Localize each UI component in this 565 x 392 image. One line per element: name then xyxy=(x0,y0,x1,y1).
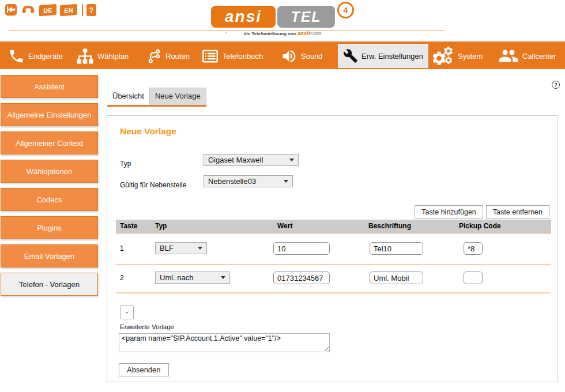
logo-ansi-box: ansi xyxy=(211,6,276,28)
nebenstelle-select[interactable]: Nebenstelle03 xyxy=(204,175,293,187)
phone-icon xyxy=(8,48,25,65)
nav-item-system[interactable]: System xyxy=(433,42,483,70)
speaker-icon xyxy=(281,48,297,65)
key-buttons: Taste hinzufügen Taste entfernen xyxy=(415,205,549,218)
main-navbar: Endgeräte Wählplan Routen xyxy=(0,42,565,69)
phonebook-icon xyxy=(201,47,219,65)
col-pickup-code: Pickup Code xyxy=(459,222,501,230)
logo-tagline: die Telefonielösung von ansit·com xyxy=(0,30,565,36)
nav-item-telefonbuch[interactable]: Telefonbuch xyxy=(201,42,263,70)
remove-row-button[interactable]: - xyxy=(120,306,134,319)
logo-tel-box: TEL xyxy=(277,6,335,28)
row1-beschriftung-input[interactable] xyxy=(370,242,423,255)
nav-label: Endgeräte xyxy=(28,52,63,61)
nav-label: Wählplan xyxy=(97,52,129,61)
row1-typ-value: BLF xyxy=(160,244,174,252)
add-key-button[interactable]: Taste hinzufügen xyxy=(415,205,483,218)
advanced-template-label: Erweiterte Vorlage xyxy=(120,323,174,330)
row2-beschriftung-input[interactable] xyxy=(370,272,423,284)
top-header: DE EN ? ansi TEL 4 die Telefonielösung v… xyxy=(0,0,565,42)
tagline-sep: · xyxy=(9,30,444,31)
language-en-flag[interactable]: EN xyxy=(60,3,77,16)
nav-item-sound[interactable]: Sound xyxy=(281,42,323,70)
row2-pickup-input[interactable] xyxy=(464,272,483,284)
row2-typ-select[interactable]: Uml. nach xyxy=(155,272,230,284)
nav-label: Telefonbuch xyxy=(223,52,263,61)
logout-icon[interactable] xyxy=(5,3,17,16)
nav-item-routen[interactable]: Routen xyxy=(146,42,190,70)
row2-typ-value: Uml. nach xyxy=(160,273,194,282)
row-separator xyxy=(116,264,551,265)
row-separator xyxy=(116,233,551,234)
tab-neue-vorlage[interactable]: Neue Vorlage xyxy=(149,88,206,105)
wrench-icon xyxy=(343,48,358,63)
ansitel-logo: ansi TEL 4 xyxy=(211,6,354,28)
content-panel: Neue Vorlage Typ Gigaset Maxwell Gültig … xyxy=(107,115,558,382)
row1-typ-select[interactable]: BLF xyxy=(155,242,207,254)
row2-number: 2 xyxy=(120,274,124,282)
nav-item-endgeraete[interactable]: Endgeräte xyxy=(8,42,63,70)
chevron-down-icon xyxy=(221,276,225,279)
row2-wert-input[interactable] xyxy=(273,272,330,284)
chevron-down-icon xyxy=(198,247,202,250)
col-beschriftung: Beschriftung xyxy=(368,222,411,230)
submit-button[interactable]: Absenden xyxy=(119,363,169,376)
logo-version-badge: 4 xyxy=(337,2,354,18)
sidebar-item-email-vorlagen[interactable]: Email Vorlagen xyxy=(1,244,98,267)
typ-select-value: Gigaset Maxwell xyxy=(208,156,263,164)
row1-pickup-input[interactable] xyxy=(464,242,483,255)
header-icon-bar: DE EN ? xyxy=(5,3,96,16)
row-separator xyxy=(116,292,551,293)
row1-number: 1 xyxy=(120,244,124,252)
nav-label: Routen xyxy=(165,52,190,61)
col-taste: Taste xyxy=(120,222,137,230)
handset-icon[interactable] xyxy=(21,3,36,16)
sidebar-item-telefon-vorlagen[interactable]: Telefon - Vorlagen xyxy=(1,273,98,296)
col-typ: Typ xyxy=(155,222,167,230)
sidebar-item-allgemeine-einstellungen[interactable]: Allgemeine Einstellungen xyxy=(1,103,98,126)
page-help-icon[interactable]: ? xyxy=(552,81,560,89)
sidebar-item-plugins[interactable]: Plugins xyxy=(1,216,98,239)
people-icon xyxy=(498,46,519,66)
col-wert: Wert xyxy=(277,222,292,230)
keys-table-header: Taste Typ Wert Beschriftung Pickup Code xyxy=(116,220,551,233)
ansitel-admin-page: { "header": { "lang_de": "DE", "lang_en"… xyxy=(0,0,565,392)
sidebar-item-assistent[interactable]: Assistent xyxy=(1,75,98,98)
help-book-icon[interactable]: ? xyxy=(86,4,96,16)
help-divider xyxy=(82,4,83,16)
remove-key-button[interactable]: Taste entfernen xyxy=(486,205,549,218)
content-tabs: Übersicht Neue Vorlage xyxy=(107,88,206,107)
nav-label: Callcenter xyxy=(522,52,556,61)
nav-item-callcenter[interactable]: Callcenter xyxy=(498,42,556,70)
gears-icon xyxy=(433,46,454,67)
typ-select[interactable]: Gigaset Maxwell xyxy=(204,154,299,166)
nebenstelle-select-value: Nebenstelle03 xyxy=(208,177,256,186)
advanced-template-textarea[interactable]: <param name="SIP.Account.1.Active" value… xyxy=(119,333,330,352)
nav-item-erw-einstellungen[interactable]: Erw. Einstellungen xyxy=(338,44,428,68)
sidebar-item-codecs[interactable]: Codecs xyxy=(1,188,98,211)
routes-icon xyxy=(146,48,162,64)
sidebar-item-allgemeiner-context[interactable]: Allgemeiner Context xyxy=(1,131,98,154)
typ-label: Typ xyxy=(120,160,131,168)
nav-label: System xyxy=(458,52,483,61)
nav-label: Sound xyxy=(301,52,323,61)
chevron-down-icon xyxy=(289,159,294,161)
tab-uebersicht[interactable]: Übersicht xyxy=(107,88,149,105)
nav-item-waehlplan[interactable]: Wählplan xyxy=(76,42,129,70)
nav-label: Erw. Einstellungen xyxy=(361,52,423,61)
nebenstelle-label: Gültig für Nebenstelle xyxy=(120,181,186,189)
sidebar-item-waehloptionen[interactable]: Wähloptionen xyxy=(1,160,98,183)
dialplan-icon xyxy=(76,47,94,65)
advanced-template-wrap: <param name="SIP.Account.1.Active" value… xyxy=(119,333,330,352)
page-title: Neue Vorlage xyxy=(120,126,176,137)
tagline-text: die Telefonielösung von xyxy=(244,31,296,36)
chevron-down-icon xyxy=(284,180,288,183)
language-de-flag[interactable]: DE xyxy=(39,3,56,16)
row1-wert-input[interactable] xyxy=(273,242,330,255)
